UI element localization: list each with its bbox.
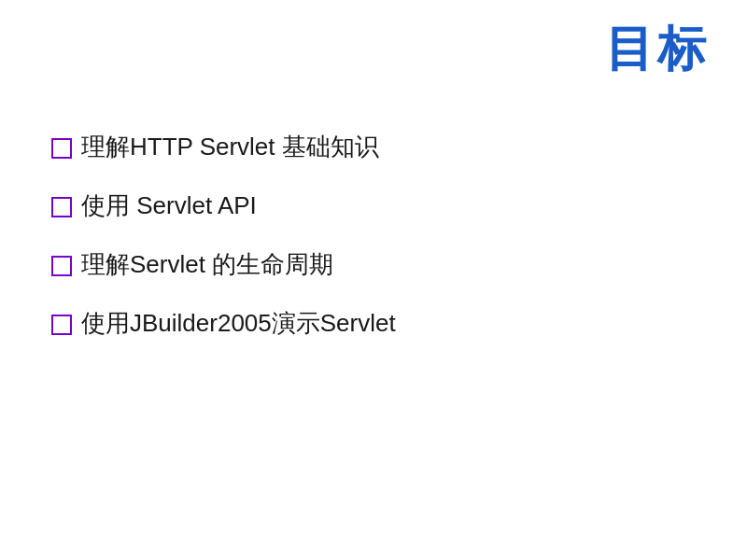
slide-title: 目标 [605, 17, 710, 82]
content-list: 理解HTTP Servlet 基础知识 使用 Servlet API 理解Ser… [51, 131, 396, 340]
item-text-4: 使用JBuilder2005演示Servlet [81, 307, 396, 340]
checkbox-icon-4 [51, 315, 72, 335]
slide: 目标 理解HTTP Servlet 基础知识 使用 Servlet API 理解… [0, 0, 747, 560]
checkbox-icon-2 [51, 197, 72, 217]
checkbox-icon-3 [51, 256, 72, 276]
item-text-3: 理解Servlet 的生命周期 [81, 248, 333, 281]
list-item: 理解Servlet 的生命周期 [51, 248, 396, 281]
list-item: 使用JBuilder2005演示Servlet [51, 307, 396, 340]
item-text-2: 使用 Servlet API [81, 189, 257, 222]
checkbox-icon-1 [51, 138, 72, 159]
item-text-1: 理解HTTP Servlet 基础知识 [81, 131, 379, 163]
list-item: 理解HTTP Servlet 基础知识 [51, 131, 396, 163]
list-item: 使用 Servlet API [51, 189, 396, 222]
